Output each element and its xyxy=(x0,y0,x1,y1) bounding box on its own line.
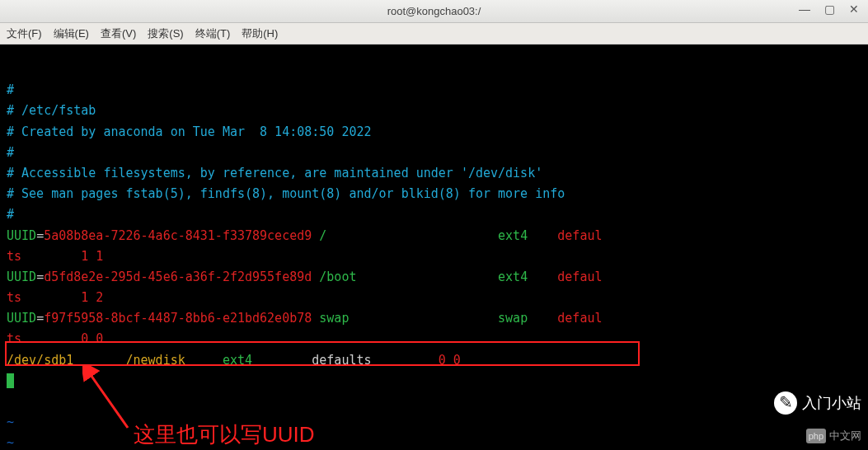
annotation-text: 这里也可以写UUID xyxy=(134,417,315,450)
fstab-comment: # /etc/fstab xyxy=(7,103,96,118)
menu-help[interactable]: 帮助(H) xyxy=(242,26,278,41)
watermark-primary: ✎ 入门小站 xyxy=(774,391,861,415)
new-dump: 0 0 xyxy=(439,353,461,368)
minimize-button[interactable]: — xyxy=(797,2,812,16)
equals-sign: = xyxy=(36,270,44,284)
menu-terminal[interactable]: 终端(T) xyxy=(195,26,231,41)
mountpoint: /boot xyxy=(319,270,356,284)
uuid-value: d5fd8e2e-295d-45e6-a36f-2f2d955fe89d xyxy=(44,270,312,284)
fs-type: ext4 xyxy=(498,228,528,243)
uuid-label: UUID xyxy=(7,311,36,326)
terminal-content[interactable]: # # /etc/fstab # Created by anaconda on … xyxy=(0,45,868,450)
uuid-label: UUID xyxy=(7,270,36,284)
new-fs: ext4 xyxy=(223,353,252,368)
fs-type: swap xyxy=(498,311,528,326)
svg-line-0 xyxy=(89,373,128,428)
watermark-secondary: php 中文网 xyxy=(806,427,861,445)
terminal-cursor xyxy=(7,373,14,388)
fs-type: ext4 xyxy=(498,270,528,284)
vim-tilde: ~ xyxy=(7,435,14,450)
window-title: root@kongchao03:/ xyxy=(387,5,481,17)
mountpoint: / xyxy=(319,228,326,243)
vim-tilde: ~ xyxy=(7,415,14,429)
fstab-comment: # xyxy=(7,207,14,222)
menu-view[interactable]: 查看(V) xyxy=(101,26,136,41)
maximize-button[interactable]: ▢ xyxy=(822,2,837,16)
equals-sign: = xyxy=(36,311,44,326)
uuid-label: UUID xyxy=(7,228,36,243)
annotation-arrow-icon xyxy=(82,366,132,432)
fstab-comment: # xyxy=(7,145,14,160)
watermark-primary-text: 入门小站 xyxy=(802,391,861,415)
uuid-value: 5a08b8ea-7226-4a6c-8431-f33789ceced9 xyxy=(44,228,312,243)
fstab-comment: # xyxy=(7,82,14,97)
menu-file[interactable]: 文件(F) xyxy=(7,26,42,41)
fs-opts: defaul xyxy=(557,270,602,284)
watermark-secondary-text: 中文网 xyxy=(829,427,861,445)
fstab-comment: # See man pages fstab(5), findfs(8), mou… xyxy=(7,186,565,201)
php-logo-icon: php xyxy=(806,429,826,443)
uuid-value: f97f5958-8bcf-4487-8bb6-e21bd62e0b78 xyxy=(44,311,312,326)
mountpoint: swap xyxy=(319,311,349,326)
fs-opts: defaul xyxy=(557,228,602,243)
menu-bar: 文件(F) 编辑(E) 查看(V) 搜索(S) 终端(T) 帮助(H) xyxy=(0,23,868,45)
close-button[interactable]: ✕ xyxy=(847,2,861,16)
fs-tail: ts 1 2 xyxy=(7,290,103,305)
fs-tail: ts 0 0 xyxy=(7,331,103,346)
menu-search[interactable]: 搜索(S) xyxy=(148,26,183,41)
new-opts: defaults xyxy=(312,353,371,368)
menu-edit[interactable]: 编辑(E) xyxy=(54,26,89,41)
fstab-comment: # Created by anaconda on Tue Mar 8 14:08… xyxy=(7,124,372,139)
new-device: /dev/sdb1 xyxy=(7,353,73,368)
window-controls: — ▢ ✕ xyxy=(797,2,861,16)
window-titlebar: root@kongchao03:/ — ▢ ✕ xyxy=(0,0,868,23)
fs-tail: ts 1 1 xyxy=(7,249,103,264)
equals-sign: = xyxy=(36,228,44,243)
watermark-icon: ✎ xyxy=(774,391,797,415)
fstab-comment: # Accessible filesystems, by reference, … xyxy=(7,166,542,180)
fs-opts: defaul xyxy=(557,311,602,326)
new-mount: /newdisk xyxy=(126,353,185,368)
